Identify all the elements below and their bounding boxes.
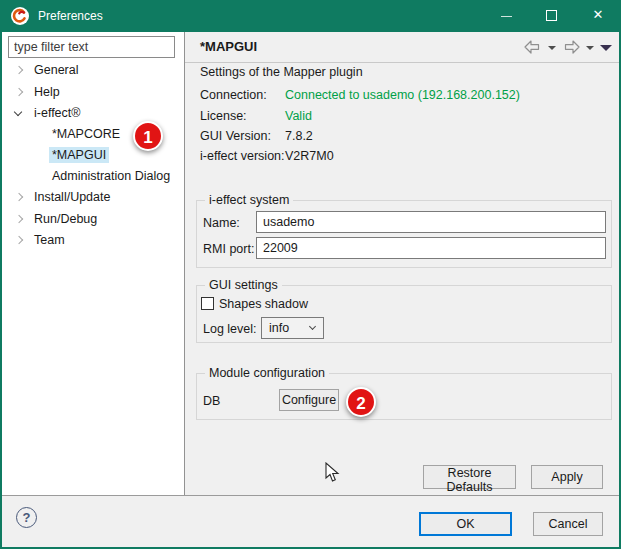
restore-defaults-button[interactable]: Restore Defaults	[423, 465, 516, 489]
mouse-cursor	[325, 462, 340, 483]
maximize-icon	[546, 10, 557, 21]
tree-item-i-effect[interactable]: i-effect®	[31, 104, 84, 122]
app-logo-icon	[11, 7, 29, 25]
log-level-value: info	[269, 321, 289, 335]
cancel-button[interactable]: Cancel	[533, 512, 603, 536]
shapes-shadow-label: Shapes shadow	[219, 296, 308, 312]
combo-chevron-down-icon	[309, 323, 316, 330]
back-history-dropdown-icon[interactable]	[548, 46, 556, 50]
chevron-right-icon[interactable]	[15, 215, 23, 223]
header-separator	[185, 62, 619, 63]
plugin-description: Settings of the Mapper plugin	[200, 65, 363, 79]
forward-arrow-icon[interactable]	[562, 40, 580, 54]
tree-item-help[interactable]: Help	[31, 83, 63, 101]
chevron-right-icon[interactable]	[15, 193, 23, 201]
group-legend: GUI settings	[205, 278, 282, 293]
gui-version-row: GUI Version: 7.8.2	[200, 128, 271, 144]
close-icon: ✕	[593, 7, 604, 22]
shapes-shadow-checkbox[interactable]	[201, 297, 214, 310]
forward-history-dropdown-icon[interactable]	[586, 46, 594, 50]
connection-status: Connected to usademo (192.168.200.152)	[285, 87, 520, 103]
tree-item-mapcore[interactable]: *MAPCORE	[49, 125, 123, 143]
gui-version-value: 7.8.2	[285, 128, 313, 144]
tree-item-run-debug[interactable]: Run/Debug	[31, 210, 100, 228]
group-legend: i-effect system	[205, 193, 293, 208]
rmi-port-field[interactable]	[256, 237, 606, 259]
title-bar: Preferences ✕	[0, 0, 621, 32]
chevron-right-icon[interactable]	[15, 236, 23, 244]
tree-item-mapgui[interactable]: *MAPGUI	[49, 146, 109, 164]
view-menu-icon[interactable]	[600, 45, 612, 51]
group-legend: Module configuration	[205, 366, 329, 381]
window-title: Preferences	[38, 0, 103, 32]
dialog-button-bar: ? OK Cancel	[2, 496, 619, 547]
license-row: License: Valid	[200, 108, 247, 124]
db-label: DB	[203, 393, 220, 409]
page-header: *MAPGUI	[185, 32, 619, 62]
module-configuration-group: Module configuration DB Configure	[196, 373, 612, 420]
i-effect-version-value: V2R7M0	[285, 148, 334, 164]
i-effect-version-row: i-effect version: V2R7M0	[200, 148, 285, 164]
configure-button[interactable]: Configure	[279, 389, 339, 411]
minimize-button[interactable]	[483, 0, 529, 32]
maximize-button[interactable]	[529, 0, 575, 32]
preferences-tree: General Help i-effect® *MAPCORE *MAPGUI …	[2, 32, 184, 495]
settings-panel: *MAPGUI Settings of the Mapper plugin Co…	[185, 32, 619, 495]
name-label: Name:	[203, 215, 240, 231]
connection-row: Connection: Connected to usademo (192.16…	[200, 87, 267, 103]
annotation-badge-2: 2	[346, 387, 376, 417]
tree-item-general[interactable]: General	[31, 61, 81, 79]
i-effect-system-group: i-effect system Name: RMI port:	[196, 200, 612, 268]
tree-item-administration-dialog[interactable]: Administration Dialog	[49, 167, 173, 185]
tree-item-install-update[interactable]: Install/Update	[31, 188, 113, 206]
preferences-sidebar: General Help i-effect® *MAPCORE *MAPGUI …	[2, 32, 184, 495]
apply-button[interactable]: Apply	[531, 465, 603, 489]
gui-settings-group: GUI settings Shapes shadow Log level: in…	[196, 285, 612, 343]
page-title: *MAPGUI	[200, 32, 257, 62]
log-level-select[interactable]: info	[261, 317, 324, 339]
rmi-port-label: RMI port:	[203, 241, 254, 257]
minimize-icon	[501, 16, 512, 17]
history-nav	[524, 40, 612, 54]
license-status: Valid	[285, 108, 312, 124]
chevron-right-icon[interactable]	[15, 66, 23, 74]
chevron-down-icon[interactable]	[14, 108, 22, 116]
chevron-right-icon[interactable]	[15, 88, 23, 96]
log-level-label: Log level:	[203, 321, 257, 337]
close-button[interactable]: ✕	[575, 0, 621, 32]
name-field[interactable]	[256, 211, 606, 233]
preferences-dialog: Preferences ✕ General Help i-effect® *MA…	[0, 0, 621, 549]
help-icon[interactable]: ?	[16, 507, 37, 528]
back-arrow-icon[interactable]	[524, 40, 542, 54]
annotation-badge-1: 1	[133, 121, 163, 151]
ok-button[interactable]: OK	[419, 512, 512, 536]
tree-item-team[interactable]: Team	[31, 231, 68, 249]
